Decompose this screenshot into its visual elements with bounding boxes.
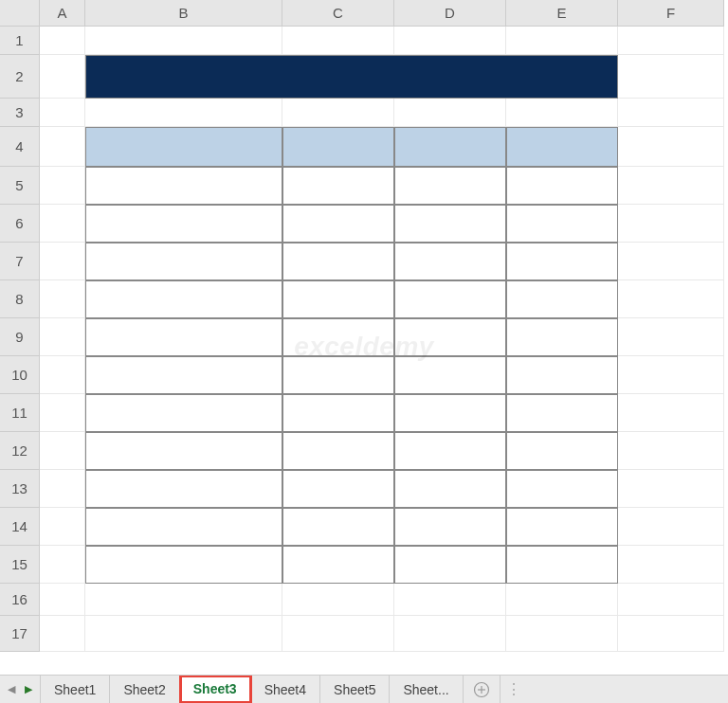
cell-a3[interactable] [40, 99, 85, 127]
cell-d1[interactable] [394, 27, 506, 55]
cell-d5[interactable] [394, 167, 506, 205]
row-header-3[interactable]: 3 [0, 99, 40, 127]
cell-a9[interactable] [40, 318, 85, 356]
cell-c8[interactable] [282, 280, 394, 318]
cell-f10[interactable] [618, 356, 724, 394]
cell-f15[interactable] [618, 546, 724, 584]
cell-e15[interactable] [506, 546, 618, 584]
cell-e12[interactable] [506, 432, 618, 470]
cell-b12[interactable] [85, 432, 282, 470]
row-header-13[interactable]: 13 [0, 470, 40, 508]
col-header-f[interactable]: F [618, 0, 724, 27]
cell-b4[interactable] [85, 127, 282, 167]
cell-a4[interactable] [40, 127, 85, 167]
cell-f7[interactable] [618, 243, 724, 280]
cell-e14[interactable] [506, 508, 618, 546]
cell-a8[interactable] [40, 280, 85, 318]
row-header-16[interactable]: 16 [0, 584, 40, 616]
cell-f4[interactable] [618, 127, 724, 167]
cell-a17[interactable] [40, 616, 85, 652]
sheet-tab-2[interactable]: Sheet2 [110, 676, 179, 703]
cell-e17[interactable] [506, 616, 618, 652]
cell-b15[interactable] [85, 546, 282, 584]
row-header-8[interactable]: 8 [0, 280, 40, 318]
cell-f12[interactable] [618, 432, 724, 470]
cell-c6[interactable] [282, 205, 394, 243]
col-header-c[interactable]: C [282, 0, 394, 27]
cell-e11[interactable] [506, 394, 618, 432]
cell-c17[interactable] [282, 616, 394, 652]
cell-a7[interactable] [40, 243, 85, 280]
cell-f6[interactable] [618, 205, 724, 243]
col-header-b[interactable]: B [85, 0, 282, 27]
cell-c11[interactable] [282, 394, 394, 432]
sheet-tab-3[interactable]: Sheet3 [180, 676, 251, 703]
cell-a2[interactable] [40, 55, 85, 99]
cell-d8[interactable] [394, 280, 506, 318]
cell-f17[interactable] [618, 616, 724, 652]
cell-c5[interactable] [282, 167, 394, 205]
cell-d13[interactable] [394, 470, 506, 508]
cell-e16[interactable] [506, 584, 618, 616]
col-header-a[interactable]: A [40, 0, 85, 27]
cell-b5[interactable] [85, 167, 282, 205]
cell-d9[interactable] [394, 318, 506, 356]
cell-c1[interactable] [282, 27, 394, 55]
cell-e13[interactable] [506, 470, 618, 508]
cell-a14[interactable] [40, 508, 85, 546]
cell-a13[interactable] [40, 470, 85, 508]
cell-a6[interactable] [40, 205, 85, 243]
col-header-d[interactable]: D [394, 0, 506, 27]
cell-b14[interactable] [85, 508, 282, 546]
row-header-12[interactable]: 12 [0, 432, 40, 470]
cell-e8[interactable] [506, 280, 618, 318]
row-header-9[interactable]: 9 [0, 318, 40, 356]
cell-f1[interactable] [618, 27, 724, 55]
row-header-7[interactable]: 7 [0, 243, 40, 280]
cell-b7[interactable] [85, 243, 282, 280]
cell-f14[interactable] [618, 508, 724, 546]
tab-scroll-left-icon[interactable]: ◀ [8, 683, 15, 695]
cell-c4[interactable] [282, 127, 394, 167]
cell-e3[interactable] [506, 99, 618, 127]
cell-f2[interactable] [618, 55, 724, 99]
sheet-tab-more[interactable]: Sheet... [390, 676, 463, 703]
cell-d16[interactable] [394, 584, 506, 616]
cell-c3[interactable] [282, 99, 394, 127]
cell-f16[interactable] [618, 584, 724, 616]
row-header-11[interactable]: 11 [0, 394, 40, 432]
cell-a12[interactable] [40, 432, 85, 470]
cell-c9[interactable] [282, 318, 394, 356]
cell-b10[interactable] [85, 356, 282, 394]
cell-b3[interactable] [85, 99, 282, 127]
cell-d12[interactable] [394, 432, 506, 470]
tab-options-icon[interactable]: ⋮ [500, 676, 527, 703]
cell-b8[interactable] [85, 280, 282, 318]
tab-scroll-right-icon[interactable]: ▶ [25, 683, 32, 695]
cell-b2-e2-merged[interactable] [85, 55, 618, 99]
cell-d3[interactable] [394, 99, 506, 127]
cell-d6[interactable] [394, 205, 506, 243]
cell-f5[interactable] [618, 167, 724, 205]
cell-b16[interactable] [85, 584, 282, 616]
cell-e4[interactable] [506, 127, 618, 167]
cell-d10[interactable] [394, 356, 506, 394]
select-all-corner[interactable] [0, 0, 40, 27]
cell-c14[interactable] [282, 508, 394, 546]
row-header-4[interactable]: 4 [0, 127, 40, 167]
cell-a5[interactable] [40, 167, 85, 205]
cell-a16[interactable] [40, 584, 85, 616]
cell-f9[interactable] [618, 318, 724, 356]
cell-e6[interactable] [506, 205, 618, 243]
cell-c10[interactable] [282, 356, 394, 394]
new-sheet-button[interactable] [464, 676, 500, 703]
cell-d11[interactable] [394, 394, 506, 432]
cell-b17[interactable] [85, 616, 282, 652]
cell-f13[interactable] [618, 470, 724, 508]
cell-f3[interactable] [618, 99, 724, 127]
cell-c16[interactable] [282, 584, 394, 616]
cell-c13[interactable] [282, 470, 394, 508]
cell-e7[interactable] [506, 243, 618, 280]
cell-b13[interactable] [85, 470, 282, 508]
row-header-6[interactable]: 6 [0, 205, 40, 243]
